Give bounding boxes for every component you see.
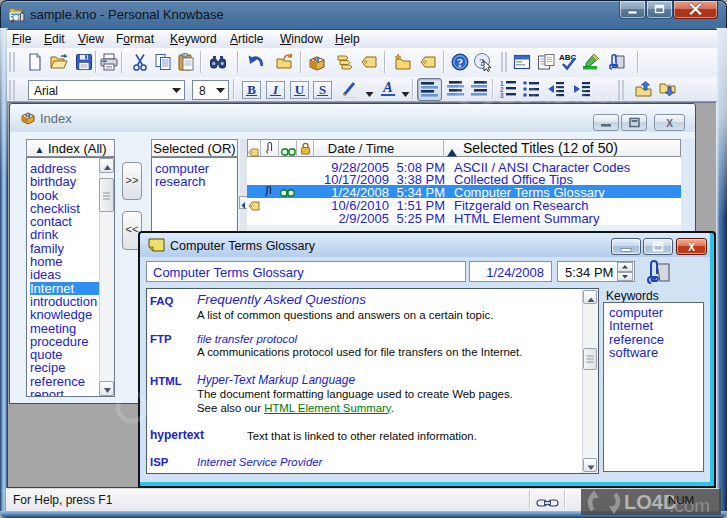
svg-text:?: ? — [457, 56, 463, 70]
svg-text:X: X — [688, 242, 695, 253]
svg-text:A: A — [382, 80, 392, 95]
svg-text:3: 3 — [500, 92, 504, 99]
svg-text:X: X — [666, 118, 673, 129]
